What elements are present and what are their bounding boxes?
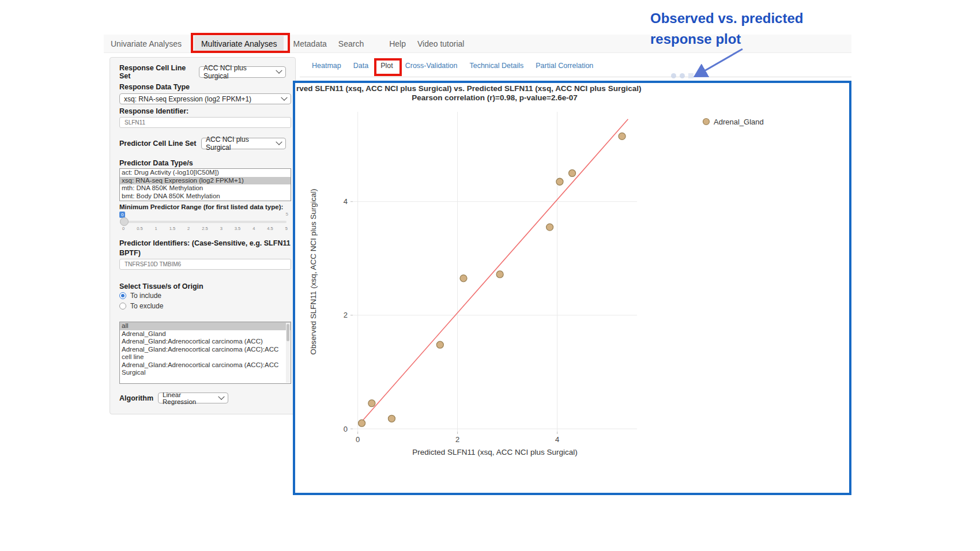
- app-root: Univariate Analyses Multivariate Analyse…: [0, 0, 980, 551]
- algorithm-value: Linear Regression: [163, 391, 216, 405]
- y-tick-label: 4: [344, 197, 348, 206]
- data-point[interactable]: [436, 341, 443, 348]
- listbox-option[interactable]: xsq: RNA-seq Expression (log2 FPKM+1): [120, 177, 291, 185]
- response-cell-line-set-select[interactable]: ACC NCI plus Surgical: [199, 66, 286, 78]
- response-data-type-label: Response Data Type: [119, 83, 190, 91]
- data-point[interactable]: [368, 400, 375, 407]
- nav-help[interactable]: Help: [389, 39, 406, 48]
- nav-univariate-analyses[interactable]: Univariate Analyses: [111, 39, 182, 48]
- y-axis-title: Observed SLFN11 (xsq, ACC NCI plus Surgi…: [309, 189, 318, 355]
- result-tabs: Heatmap Data Plot Cross-Validation Techn…: [312, 62, 593, 70]
- slider-tick-labels: 00.511.522.533.544.55: [122, 226, 288, 231]
- tab-data[interactable]: Data: [353, 62, 368, 70]
- data-point[interactable]: [359, 420, 365, 427]
- predictor-data-types-label: Predictor Data Type/s: [119, 159, 193, 167]
- y-tick-label: 2: [344, 311, 348, 319]
- predictor-cell-line-set-value: ACC NCI plus Surgical: [206, 135, 273, 152]
- listbox-option[interactable]: act: Drug Activity (-log10[IC50M]): [120, 169, 291, 177]
- tab-plot[interactable]: Plot: [380, 62, 393, 70]
- radio-selected-icon: [119, 292, 126, 299]
- scatter-plot[interactable]: 024024Predicted SLFN11 (xsq, ACC NCI plu…: [295, 100, 849, 492]
- listbox-option[interactable]: Adrenal_Gland:Adrenocortical carcinoma (…: [120, 361, 291, 377]
- data-point[interactable]: [546, 224, 553, 231]
- data-point[interactable]: [556, 178, 563, 185]
- annotation-arrow: [680, 43, 755, 84]
- data-point[interactable]: [460, 275, 467, 282]
- listbox-option[interactable]: Adrenal_Gland: [120, 330, 291, 338]
- legend-marker[interactable]: [703, 119, 710, 125]
- predictor-identifiers-input[interactable]: TNFRSF10D TMBIM6: [119, 259, 291, 270]
- radio-to-include[interactable]: To include: [119, 292, 161, 300]
- predictor-cell-line-set-label: Predictor Cell Line Set: [119, 139, 196, 148]
- listbox-option[interactable]: Adrenal_Gland:Adrenocortical carcinoma (…: [120, 346, 291, 361]
- chevron-down-icon: [281, 94, 287, 100]
- slider-track[interactable]: [124, 221, 287, 223]
- analysis-form-sidebar: Response Cell Line Set ACC NCI plus Surg…: [110, 57, 296, 414]
- predictor-data-types-listbox: act: Drug Activity (-log10[IC50M]) xsq: …: [119, 168, 291, 201]
- modebar-icon[interactable]: [671, 73, 676, 78]
- x-tick-label: 2: [455, 435, 459, 444]
- data-point[interactable]: [569, 169, 576, 176]
- slider-max-label: 5: [286, 212, 288, 217]
- data-point[interactable]: [619, 133, 625, 139]
- radio-to-exclude[interactable]: To exclude: [119, 302, 163, 310]
- chevron-down-icon: [276, 67, 282, 74]
- plot-title: rved SLFN11 (xsq, ACC NCI plus Surgical)…: [296, 84, 641, 93]
- listbox-option[interactable]: all: [120, 322, 291, 330]
- response-identifier-input[interactable]: SLFN11: [119, 117, 291, 128]
- regression-line: [359, 119, 628, 425]
- x-axis-title: Predicted SLFN11 (xsq, ACC NCI plus Surg…: [412, 448, 577, 456]
- nav-search[interactable]: Search: [338, 39, 364, 48]
- chevron-down-icon: [276, 139, 282, 145]
- response-identifier-label: Response Identifier:: [119, 107, 189, 115]
- chevron-down-icon: [218, 393, 224, 399]
- nav-video-tutorial[interactable]: Video tutorial: [417, 39, 464, 48]
- response-data-type-select[interactable]: xsq: RNA-seq Expression (log2 FPKM+1): [119, 93, 291, 104]
- y-tick-label: 0: [344, 425, 348, 433]
- data-point[interactable]: [496, 271, 503, 278]
- radio-label: To exclude: [130, 302, 163, 310]
- radio-label: To include: [130, 292, 161, 300]
- tab-partial-correlation[interactable]: Partial Correlation: [536, 62, 593, 70]
- predictor-identifiers-label: Predictor Identifiers: (Case-Sensitive, …: [119, 239, 292, 258]
- min-predictor-range-label: Minimum Predictor Range (for first liste…: [119, 203, 283, 210]
- listbox-option[interactable]: bmt: Body DNA 850K Methylation: [120, 193, 291, 201]
- tissue-origin-label: Select Tissue/s of Origin: [119, 282, 203, 290]
- tabs-divider: [300, 77, 851, 77]
- tab-technical-details[interactable]: Technical Details: [469, 62, 523, 70]
- predictor-cell-line-set-select[interactable]: ACC NCI plus Surgical: [201, 138, 286, 149]
- listbox-option[interactable]: mth: DNA 850K Methylation: [120, 184, 291, 193]
- nav-multivariate-analyses[interactable]: Multivariate Analyses: [194, 36, 284, 52]
- tissue-origin-listbox: all Adrenal_Gland Adrenal_Gland:Adrenoco…: [119, 322, 291, 384]
- tab-cross-validation[interactable]: Cross-Validation: [405, 62, 458, 70]
- nav-metadata[interactable]: Metadata: [293, 39, 326, 48]
- scrollbar[interactable]: [286, 323, 290, 383]
- x-tick-label: 0: [356, 435, 360, 444]
- response-cell-line-set-label: Response Cell Line Set: [119, 64, 199, 80]
- tab-heatmap[interactable]: Heatmap: [312, 62, 341, 70]
- slider-handle[interactable]: [120, 217, 129, 226]
- radio-unselected-icon: [119, 303, 126, 310]
- response-cell-line-set-value: ACC NCI plus Surgical: [203, 64, 273, 80]
- annotation-line1: Observed vs. predicted: [650, 8, 803, 29]
- algorithm-label: Algorithm: [119, 394, 153, 402]
- x-tick-label: 4: [555, 435, 559, 444]
- listbox-option[interactable]: Adrenal_Gland:Adrenocortical carcinoma (…: [120, 338, 291, 346]
- data-point[interactable]: [388, 415, 395, 422]
- response-data-type-value: xsq: RNA-seq Expression (log2 FPKM+1): [124, 95, 251, 103]
- algorithm-select[interactable]: Linear Regression: [158, 393, 228, 403]
- legend-label[interactable]: Adrenal_Gland: [714, 118, 764, 126]
